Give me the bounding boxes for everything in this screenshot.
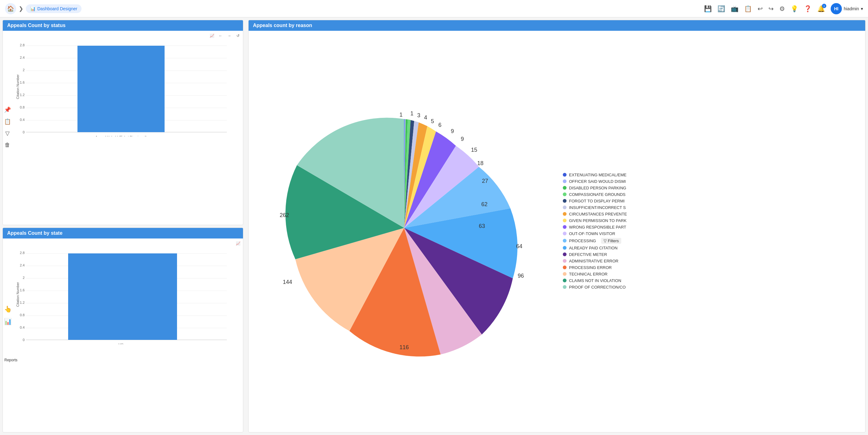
legend-dot-officer [563, 179, 566, 183]
legend-dot-defective [563, 253, 566, 256]
legend-dot-proof [563, 285, 566, 289]
delete-icon[interactable]: 🗑 [5, 141, 10, 148]
table-icon[interactable]: 📋 [4, 118, 11, 125]
nav-chevron-icon[interactable]: ❯ [19, 5, 23, 12]
svg-text:Appeal Upheld (Ticket Dismisse: Appeal Upheld (Ticket Dismissed) [95, 135, 147, 136]
pie-svg-container: 1 1 3 4 5 6 9 9 15 18 27 62 63 64 [252, 34, 557, 428]
pie-chart-area: 1 1 3 4 5 6 9 9 15 18 27 62 63 64 [249, 31, 865, 431]
legend-item: PROCESSING ▽ Filters [563, 238, 859, 244]
legend-label-processing: PROCESSING [569, 238, 596, 243]
svg-text:0: 0 [23, 338, 25, 342]
filter-icon[interactable]: ▽ [5, 130, 10, 136]
legend-item: DISABLED PERSON PARKING [563, 186, 859, 190]
legend-label-compassionate: COMPASSIONATE GROUNDS [569, 192, 626, 197]
legend-label-wrong: WRONG RESPONSIBLE PART [569, 225, 626, 230]
legend-dot-technical [563, 272, 566, 276]
legend-dot-insufficient [563, 205, 566, 209]
lightbulb-icon[interactable]: 💡 [790, 5, 798, 12]
svg-text:2.8: 2.8 [20, 43, 25, 47]
legend-item: ALREADY PAID CITATION [563, 246, 859, 250]
label-63: 63 [479, 223, 485, 229]
legend-item: OFFICER SAID WOULD DISMI [563, 179, 859, 184]
chart2-tools: 📈 [234, 240, 242, 247]
pin-icon[interactable]: 📌 [4, 106, 11, 113]
dashboard-designer-label: Dashboard Designer [37, 6, 77, 11]
appeals-by-status-body: 📈 ← → ↺ 📌 📋 ▽ 🗑 0 0.4 0.8 [3, 31, 243, 224]
svg-text:1.2: 1.2 [20, 301, 25, 304]
appeals-by-state-title: Appeals Count by state [7, 230, 63, 236]
svg-text:0.4: 0.4 [20, 118, 25, 122]
chart1-tools: 📈 ← → ↺ [208, 32, 242, 39]
chart1-svg: 0 0.4 0.8 1.2 1.6 2 2.4 2.8 Citation Num… [15, 34, 233, 136]
home-button[interactable]: 🏠 [5, 3, 16, 14]
svg-text:2: 2 [23, 276, 25, 279]
label-4: 4 [424, 114, 427, 121]
svg-text:2.4: 2.4 [20, 56, 25, 59]
legend-dot-outoftown [563, 232, 566, 235]
label-1b: 1 [410, 110, 413, 116]
legend-item: FORGOT TO DISPLAY PERMI [563, 199, 859, 203]
notification-wrapper: 🔔 1 [817, 5, 825, 12]
label-96: 96 [518, 273, 524, 279]
save-icon[interactable]: 💾 [704, 5, 712, 12]
chart2-svg: 0 0.4 0.8 1.2 1.6 2 2.4 2.8 Citation Num… [15, 242, 233, 344]
preview-icon[interactable]: 📺 [731, 5, 739, 12]
legend-label-administrative: ADMINISTRATIVE ERROR [569, 259, 619, 263]
svg-text:0.4: 0.4 [20, 326, 25, 329]
chart1-reset-icon[interactable]: ↺ [234, 32, 242, 39]
main-content: Appeals Count by status 📈 ← → ↺ 📌 📋 ▽ 🗑 [0, 18, 868, 435]
legend-item: COMPASSIONATE GROUNDS [563, 192, 859, 197]
filter-funnel-icon: ▽ [603, 238, 607, 243]
legend-dot-claims [563, 278, 566, 282]
label-144: 144 [283, 279, 292, 285]
legend-dot-administrative [563, 259, 566, 263]
dashboard-designer-tab[interactable]: 📊 Dashboard Designer [26, 4, 82, 13]
appeals-by-state-card: Appeals Count by state 📈 👆 📊 Reports 0 [2, 228, 243, 433]
refresh-icon[interactable]: 🔄 [717, 5, 725, 12]
legend-label-given: GIVEN PERMISSION TO PARK [569, 218, 627, 223]
appeals-by-state-header: Appeals Count by state [3, 228, 243, 238]
bar-chart-icon[interactable]: 📊 [4, 318, 12, 325]
legend-label-disabled: DISABLED PERSON PARKING [569, 186, 626, 190]
side-toolbar: 📌 📋 ▽ 🗑 [4, 106, 11, 148]
svg-text:Citation Number: Citation Number [16, 282, 20, 307]
user-avatar: HI [831, 3, 842, 14]
legend-item: EXTENUATING MEDICAL/EME [563, 173, 859, 177]
help-icon[interactable]: ❓ [804, 5, 812, 12]
settings-icon[interactable]: ⚙ [779, 5, 785, 12]
legend-item: ADMINISTRATIVE ERROR [563, 259, 859, 263]
pie-chart-svg: 1 1 3 4 5 6 9 9 15 18 27 62 63 64 [252, 44, 557, 417]
svg-text:1.2: 1.2 [20, 93, 25, 97]
svg-text:1.6: 1.6 [20, 288, 25, 292]
notification-badge: 1 [822, 4, 826, 8]
reports-label: Reports [2, 358, 20, 362]
user-menu[interactable]: HI hiadmin ▾ [831, 3, 863, 14]
right-panel: Appeals count by reason [246, 18, 868, 435]
pie-legend: EXTENUATING MEDICAL/EME OFFICER SAID WOU… [557, 34, 862, 428]
left-panel: Appeals Count by status 📈 ← → ↺ 📌 📋 ▽ 🗑 [0, 18, 246, 435]
legend-label-claims: CLAIMS NOT IN VIOLATION [569, 278, 621, 283]
chart2-trend-icon[interactable]: 📈 [234, 240, 242, 247]
layout-icon[interactable]: 📋 [744, 5, 752, 12]
chart1-forward-icon[interactable]: → [225, 32, 233, 39]
legend-item: CLAIMS NOT IN VIOLATION [563, 278, 859, 283]
undo-icon[interactable]: ↩ [757, 5, 763, 12]
legend-dot-already-paid [563, 246, 566, 250]
legend-label-officer: OFFICER SAID WOULD DISMI [569, 179, 626, 184]
filters-label: Filters [608, 238, 619, 243]
redo-icon[interactable]: ↪ [769, 5, 774, 12]
chart1-back-icon[interactable]: ← [217, 32, 224, 39]
svg-text:0.8: 0.8 [20, 313, 25, 317]
legend-dot-circumstances [563, 212, 566, 216]
chart1-line-icon[interactable]: 📈 [208, 32, 216, 39]
svg-text:2.8: 2.8 [20, 251, 25, 255]
label-18: 18 [477, 160, 484, 166]
appeals-by-status-title: Appeals Count by status [7, 23, 66, 28]
cursor-icon[interactable]: 👆 [4, 305, 12, 313]
label-62: 62 [481, 201, 488, 207]
dashboard-icon: 📊 [30, 6, 35, 11]
legend-dot-forgot [563, 199, 566, 203]
filters-button[interactable]: ▽ Filters [601, 238, 621, 244]
label-27: 27 [482, 178, 488, 184]
user-dropdown-arrow: ▾ [861, 6, 863, 11]
